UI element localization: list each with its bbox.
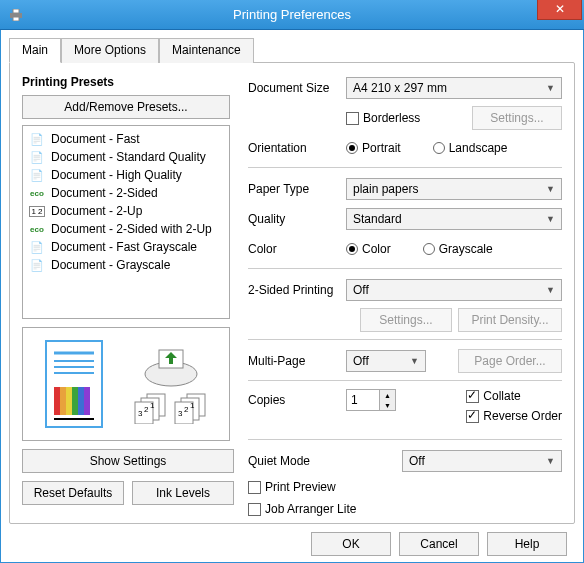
chevron-down-icon: ▼ [542,214,559,224]
document-size-combo[interactable]: A4 210 x 297 mm ▼ [346,77,562,99]
svg-text:1: 1 [190,401,195,410]
radio-icon [433,142,445,154]
multipage-combo[interactable]: Off ▼ [346,350,426,372]
document-icon: 📄 [29,151,45,164]
svg-rect-10 [66,387,72,415]
preset-label: Document - Fast Grayscale [51,240,197,254]
print-preview-checkbox[interactable]: Print Preview [248,480,336,494]
svg-rect-9 [60,387,66,415]
presets-heading: Printing Presets [22,75,234,89]
paper-type-label: Paper Type [248,182,340,196]
print-density-button: Print Density... [458,308,562,332]
svg-rect-8 [54,387,60,415]
printer-illustration-icon [141,344,201,388]
preset-label: Document - 2-Sided with 2-Up [51,222,212,236]
color-label: Color [248,242,340,256]
reset-defaults-button[interactable]: Reset Defaults [22,481,124,505]
preset-item[interactable]: ecoDocument - 2-Sided [25,184,227,202]
document-gray-icon: 📄 [29,259,45,272]
chevron-down-icon: ▼ [542,83,559,93]
preset-item[interactable]: 📄Document - Fast [25,130,227,148]
tab-maintenance[interactable]: Maintenance [159,38,254,63]
print-preview-label: Print Preview [265,480,336,494]
quality-combo[interactable]: Standard ▼ [346,208,562,230]
borderless-settings-button: Settings... [472,106,562,130]
document-gray-icon: 📄 [29,241,45,254]
radio-icon [346,243,358,255]
spinner-down-icon[interactable]: ▼ [380,400,395,410]
svg-rect-2 [13,17,19,21]
collate-label: Collate [483,389,520,403]
cancel-button[interactable]: Cancel [399,532,479,556]
collate-illustration-icon: 321 321 [133,392,209,424]
preset-label: Document - 2-Sided [51,186,158,200]
svg-rect-13 [84,387,90,415]
borderless-checkbox[interactable]: Borderless [346,111,420,125]
preset-item[interactable]: 📄Document - Grayscale [25,256,227,274]
close-button[interactable]: ✕ [537,0,582,20]
svg-text:3: 3 [138,409,143,418]
add-remove-presets-button[interactable]: Add/Remove Presets... [22,95,230,119]
orientation-landscape-radio[interactable]: Landscape [433,141,508,155]
right-column: Document Size A4 210 x 297 mm ▼ Borderle… [234,75,562,511]
twosided-label: 2-Sided Printing [248,283,340,297]
radio-icon [423,243,435,255]
preset-label: Document - 2-Up [51,204,142,218]
spinner-up-icon[interactable]: ▲ [380,390,395,400]
copies-spinner[interactable]: 1 ▲ ▼ [346,389,396,411]
svg-text:2: 2 [184,405,189,414]
preset-item[interactable]: 1 2Document - 2-Up [25,202,227,220]
job-arranger-label: Job Arranger Lite [265,502,356,516]
checkbox-icon [466,390,479,403]
preset-label: Document - High Quality [51,168,182,182]
help-button[interactable]: Help [487,532,567,556]
tab-more-options[interactable]: More Options [61,38,159,63]
svg-text:1: 1 [150,401,155,410]
preset-item[interactable]: 📄Document - High Quality [25,166,227,184]
tabstrip: Main More Options Maintenance [9,38,575,63]
print-preview-illustration: 321 321 [22,327,230,441]
titlebar: Printing Preferences ✕ [0,0,584,30]
show-settings-button[interactable]: Show Settings [22,449,234,473]
printer-icon [8,7,24,23]
quiet-mode-label: Quiet Mode [248,454,396,468]
window-title: Printing Preferences [0,7,584,22]
page-order-button: Page Order... [458,349,562,373]
preset-label: Document - Grayscale [51,258,170,272]
grayscale-option-label: Grayscale [439,242,493,256]
quiet-mode-combo[interactable]: Off ▼ [402,450,562,472]
preset-item[interactable]: 📄Document - Fast Grayscale [25,238,227,256]
tab-main[interactable]: Main [9,38,61,63]
close-icon: ✕ [555,2,565,16]
document-size-value: A4 210 x 297 mm [353,81,447,95]
orientation-portrait-radio[interactable]: Portrait [346,141,401,155]
page-illustration-icon [44,339,104,429]
color-color-radio[interactable]: Color [346,242,391,256]
eco-icon: eco [29,225,45,234]
twosided-combo[interactable]: Off ▼ [346,279,562,301]
collate-checkbox[interactable]: Collate [466,389,562,403]
svg-text:2: 2 [144,405,149,414]
chevron-down-icon: ▼ [542,285,559,295]
checkbox-icon [346,112,359,125]
radio-icon [346,142,358,154]
copies-value: 1 [347,390,379,410]
left-column: Printing Presets Add/Remove Presets... 📄… [22,75,234,511]
quality-value: Standard [353,212,402,226]
preset-item[interactable]: 📄Document - Standard Quality [25,148,227,166]
paper-type-combo[interactable]: plain papers ▼ [346,178,562,200]
dialog-body: Main More Options Maintenance Printing P… [0,30,584,563]
ok-button[interactable]: OK [311,532,391,556]
twosided-settings-button: Settings... [360,308,452,332]
svg-text:3: 3 [178,409,183,418]
multipage-label: Multi-Page [248,354,340,368]
job-arranger-checkbox[interactable]: Job Arranger Lite [248,502,356,516]
reverse-order-checkbox[interactable]: Reverse Order [466,409,562,423]
copies-label: Copies [248,389,340,407]
presets-listbox[interactable]: 📄Document - Fast 📄Document - Standard Qu… [22,125,230,319]
ink-levels-button[interactable]: Ink Levels [132,481,234,505]
svg-rect-1 [13,9,19,13]
preset-item[interactable]: ecoDocument - 2-Sided with 2-Up [25,220,227,238]
color-grayscale-radio[interactable]: Grayscale [423,242,493,256]
svg-rect-12 [78,387,84,415]
